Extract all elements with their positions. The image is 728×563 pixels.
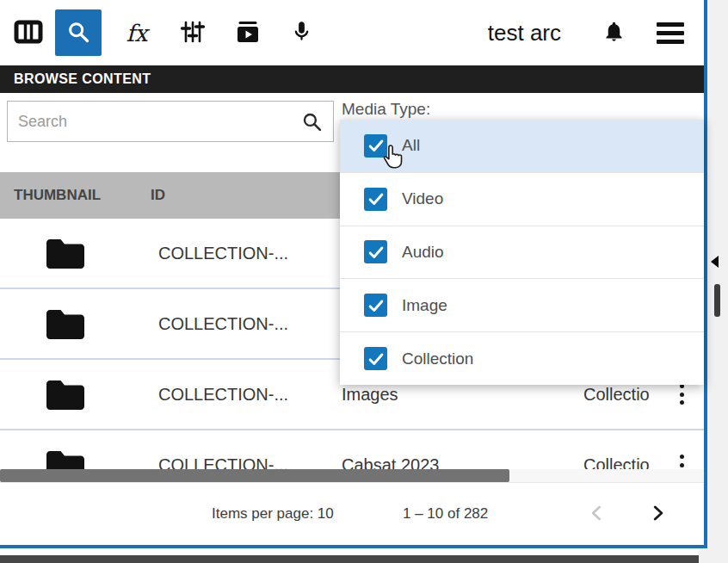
browse-content-header: BROWSE CONTENT	[0, 65, 704, 93]
search-nav-button-active[interactable]	[55, 9, 102, 56]
previous-page-button[interactable]	[580, 497, 614, 531]
horizontal-scrollbar[interactable]	[0, 469, 704, 482]
option-label: All	[402, 136, 420, 155]
filmstrip-icon	[14, 17, 43, 49]
hamburger-menu-button[interactable]	[656, 0, 685, 65]
row-id: COLLECTION-...	[158, 360, 288, 429]
option-label: Video	[402, 189, 443, 208]
folder-icon	[45, 237, 86, 275]
media-type-option-audio[interactable]: Audio	[340, 226, 704, 280]
chevron-left-icon	[586, 502, 608, 527]
menu-icon	[657, 22, 684, 44]
column-header-id[interactable]: ID	[151, 172, 165, 219]
checkbox-checked-icon[interactable]	[364, 188, 387, 211]
search-input-wrapper	[7, 101, 334, 142]
row-title: Cabsat 2023	[342, 430, 439, 469]
app-title: test arc	[488, 20, 561, 46]
media-type-option-collection[interactable]: Collection	[340, 332, 704, 385]
row-id: COLLECTION-...	[158, 430, 288, 469]
search-input[interactable]	[8, 102, 333, 141]
bell-icon	[602, 20, 626, 46]
toolbar-left-group: fx	[9, 0, 318, 65]
checkbox-checked-icon[interactable]	[364, 294, 387, 317]
row-id: COLLECTION-...	[158, 289, 288, 358]
chevron-right-icon	[646, 502, 669, 527]
notifications-button[interactable]	[601, 0, 626, 65]
row-menu-kebab-icon[interactable]	[673, 384, 690, 405]
filters-nav-button[interactable]	[172, 0, 213, 65]
video-library-icon	[235, 19, 261, 47]
microphone-nav-button[interactable]	[284, 0, 318, 65]
search-icon	[66, 20, 90, 46]
browse-content-title: BROWSE CONTENT	[14, 71, 151, 86]
toolbar-right-group: test arc	[488, 0, 685, 65]
app-window: fx	[0, 0, 707, 548]
microphone-icon	[290, 20, 313, 46]
media-type-option-image[interactable]: Image	[340, 279, 704, 332]
row-menu-kebab-icon[interactable]	[673, 455, 690, 469]
table-row[interactable]: COLLECTION-... Cabsat 2023 Collectio	[0, 430, 704, 469]
next-page-button[interactable]	[640, 497, 675, 531]
media-type-option-video[interactable]: Video	[340, 173, 704, 226]
items-per-page-label: Items per page: 10	[212, 505, 334, 523]
row-type: Collectio	[583, 430, 673, 469]
video-library-nav-button[interactable]	[227, 0, 268, 65]
option-label: Image	[402, 296, 447, 315]
page-range-label: 1 – 10 of 282	[403, 505, 488, 523]
filmstrip-nav-button[interactable]	[9, 0, 48, 65]
effects-nav-button[interactable]: fx	[115, 0, 158, 65]
row-id: COLLECTION-...	[158, 219, 288, 288]
top-toolbar: fx	[0, 0, 704, 65]
media-type-label: Media Type:	[342, 100, 430, 119]
vertical-scrollbar-thumb[interactable]	[714, 284, 720, 317]
folder-icon	[45, 307, 86, 345]
checkbox-checked-icon[interactable]	[364, 347, 387, 370]
collapse-panel-arrow-icon[interactable]	[711, 256, 719, 268]
media-type-option-all[interactable]: All	[340, 120, 704, 173]
option-label: Audio	[402, 243, 444, 262]
sliders-icon	[180, 19, 206, 47]
bottom-dark-strip	[0, 555, 699, 563]
pagination-bar: Items per page: 10 1 – 10 of 282	[0, 482, 704, 545]
checkbox-checked-icon[interactable]	[364, 240, 387, 263]
search-field-icon	[301, 111, 323, 136]
folder-icon	[45, 449, 86, 469]
fx-icon: fx	[126, 20, 147, 46]
media-type-dropdown: All Video Audio Image Collection	[340, 120, 704, 385]
hand-cursor-icon	[381, 144, 404, 175]
folder-icon	[45, 378, 86, 416]
screen: fx	[0, 0, 728, 563]
option-label: Collection	[402, 350, 473, 368]
column-header-thumbnail[interactable]: THUMBNAIL	[14, 172, 101, 219]
horizontal-scrollbar-thumb[interactable]	[0, 469, 509, 482]
